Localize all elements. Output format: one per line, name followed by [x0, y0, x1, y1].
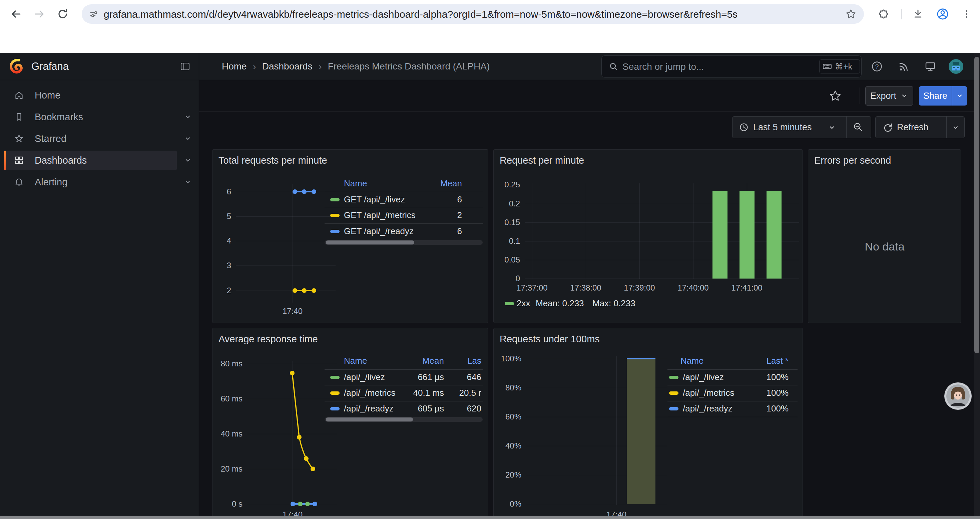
- data-point: [302, 189, 307, 194]
- legend-value: 100%: [722, 404, 789, 414]
- legend-value: 620: [415, 404, 481, 414]
- help-icon[interactable]: ?: [870, 60, 884, 73]
- legend-swatch: [669, 407, 678, 410]
- legend-swatch: [669, 391, 678, 395]
- gridline-vertical: [586, 184, 586, 279]
- chevron-down-icon[interactable]: [184, 113, 192, 121]
- legend-value: 646: [415, 372, 481, 382]
- legend-swatch: [505, 302, 514, 305]
- gridline-vertical: [293, 361, 293, 506]
- gridline-horizontal: [236, 192, 336, 192]
- search-box[interactable]: ⌘+k: [601, 56, 862, 77]
- search-input[interactable]: [622, 56, 810, 78]
- screen: Freeleaps 收藏博客 Grafana HomeBookmarksStar…: [0, 0, 980, 519]
- forward-icon[interactable]: [33, 7, 46, 21]
- news-rss-icon[interactable]: [897, 60, 911, 73]
- breadcrumb-dashboards[interactable]: Dashboards: [262, 61, 313, 72]
- share-button[interactable]: Share: [919, 86, 951, 105]
- star-icon: [14, 134, 24, 144]
- y-tick-label: 80%: [494, 383, 521, 393]
- group-divider: [846, 117, 846, 138]
- time-range-label[interactable]: Last 5 minutes: [753, 117, 812, 138]
- favorite-star-icon[interactable]: [829, 89, 842, 102]
- sidebar-item-bookmarks[interactable]: Bookmarks: [4, 107, 177, 126]
- legend-series-name[interactable]: /api/_/livez: [683, 372, 724, 382]
- scrollbar-thumb[interactable]: [974, 57, 979, 353]
- y-tick-label: 0 s: [213, 499, 242, 509]
- share-label: Share: [923, 91, 947, 101]
- sidebar-item-starred[interactable]: Starred: [4, 129, 177, 148]
- window-bottom-edge: [0, 516, 980, 519]
- legend-header[interactable]: Last *: [722, 356, 789, 366]
- chevron-down-icon[interactable]: [184, 178, 192, 186]
- user-avatar[interactable]: [948, 59, 964, 74]
- panel-title[interactable]: Requests under 100ms: [500, 334, 600, 345]
- legend-swatch: [330, 230, 340, 233]
- panel-title[interactable]: Request per minute: [500, 155, 584, 166]
- legend-value: 20.5 r: [415, 388, 481, 398]
- share-menu-button[interactable]: [952, 86, 967, 105]
- gridline-horizontal: [247, 434, 337, 434]
- legend-header[interactable]: Las: [415, 356, 481, 366]
- legend-series-name[interactable]: 2xx: [517, 298, 530, 308]
- legend-header[interactable]: Mean: [395, 178, 462, 189]
- refresh-interval-chevron-icon[interactable]: [951, 124, 960, 132]
- legend-scrollbar-thumb[interactable]: [326, 417, 413, 422]
- share-split-button: Share: [919, 86, 967, 105]
- chevron-down-icon[interactable]: [828, 124, 836, 132]
- sidebar-item-alerting[interactable]: Alerting: [4, 172, 177, 192]
- y-tick-label: 0.15: [494, 218, 520, 227]
- legend-swatch: [330, 391, 340, 395]
- display-kiosk-icon[interactable]: [924, 60, 937, 73]
- address-bar[interactable]: [82, 4, 864, 24]
- chevron-down-icon[interactable]: [184, 134, 192, 143]
- y-tick-label: 0%: [494, 499, 521, 509]
- site-info-icon[interactable]: [88, 9, 99, 19]
- collapse-sidebar-icon[interactable]: [180, 61, 191, 72]
- panel-title[interactable]: Total requests per minute: [218, 155, 327, 166]
- chart-errors-per-second: No data: [808, 150, 961, 323]
- bookmark-star-icon[interactable]: [845, 8, 857, 20]
- y-tick-label: 40%: [494, 441, 521, 450]
- active-indicator: [4, 151, 6, 170]
- x-tick-label: 17:40: [274, 307, 311, 316]
- refresh-label[interactable]: Refresh: [897, 117, 929, 138]
- chevron-right-icon: ›: [318, 61, 322, 72]
- back-icon[interactable]: [10, 7, 23, 21]
- sidebar-item-home[interactable]: Home: [4, 86, 177, 105]
- legend-swatch: [330, 214, 340, 217]
- breadcrumb-current: Freeleaps Metrics Dashboard (ALPHA): [328, 61, 490, 72]
- sidebar-item-dashboards[interactable]: Dashboards: [4, 151, 177, 170]
- breadcrumb-home[interactable]: Home: [222, 61, 247, 72]
- grafana-logo-icon[interactable]: [9, 58, 25, 75]
- panel-title[interactable]: Average response time: [218, 334, 318, 345]
- browser-toolbar: [0, 0, 980, 28]
- legend-header[interactable]: Name: [344, 178, 367, 189]
- panel-title[interactable]: Errors per second: [814, 155, 891, 166]
- legend-header[interactable]: Name: [681, 356, 703, 366]
- legend-swatch: [669, 376, 678, 379]
- legend-header[interactable]: Name: [344, 356, 367, 366]
- legend-divider: [325, 224, 483, 224]
- legend-divider: [667, 369, 797, 370]
- profile-icon[interactable]: [936, 7, 949, 21]
- url-input[interactable]: [103, 4, 832, 24]
- legend-scrollbar-thumb[interactable]: [326, 241, 414, 244]
- menu-dots-icon[interactable]: [960, 7, 973, 21]
- chevron-down-icon[interactable]: [184, 156, 192, 164]
- extensions-icon[interactable]: [877, 7, 890, 21]
- refresh-icon: [882, 122, 893, 133]
- download-icon[interactable]: [911, 7, 924, 21]
- chart-request-per-minute: 0.250.20.150.10.05017:37:0017:38:0017:39…: [494, 150, 803, 323]
- reload-icon[interactable]: [56, 7, 69, 21]
- gridline-horizontal: [525, 241, 799, 241]
- legend-swatch: [330, 198, 340, 201]
- dashboard-canvas: Last 5 minutes Refresh 6543217:40NameMea…: [199, 112, 980, 519]
- zoom-out-icon[interactable]: [853, 121, 864, 133]
- y-tick-label: 0.25: [494, 180, 520, 189]
- brand-name: Grafana: [31, 61, 69, 72]
- export-button[interactable]: Export: [865, 86, 913, 105]
- gridline-vertical: [640, 184, 640, 279]
- assistant-avatar[interactable]: [944, 382, 972, 410]
- x-tick-label: 17:38:00: [559, 283, 612, 292]
